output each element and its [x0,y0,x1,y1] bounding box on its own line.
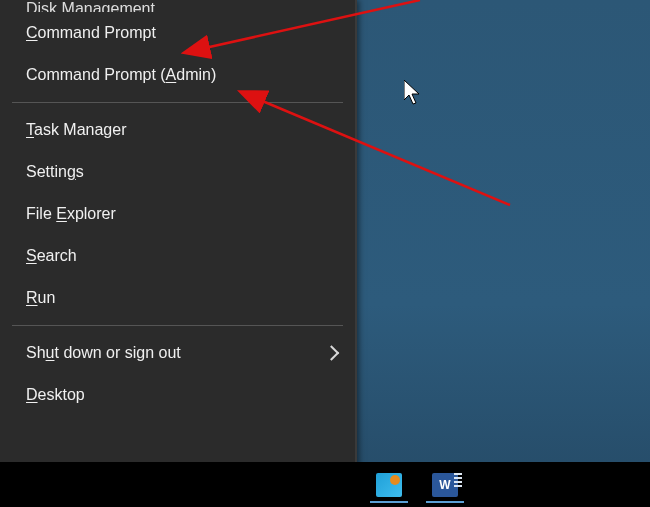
menu-item-accel: A [166,66,177,83]
menu-item-label: ommand Prompt [38,24,156,41]
menu-item-accel: C [26,24,38,41]
menu-item-label-pre: File [26,205,56,222]
menu-item-label: un [38,289,56,306]
menu-item-label: earch [37,247,77,264]
menu-item-search[interactable]: Search [0,235,355,277]
system-monitor-icon [376,473,402,497]
menu-item-shutdown[interactable]: Shut down or sign out [0,332,355,374]
menu-item-accel: T [26,121,34,138]
taskbar-item-monitor[interactable] [370,469,408,503]
menu-item-label: Disk Management [26,0,155,12]
menu-item-label: dmin) [176,66,216,83]
menu-item-label-pre: Settin [26,163,67,180]
menu-item-task-manager[interactable]: Task Manager [0,109,355,151]
word-icon [432,473,458,497]
menu-item-command-prompt[interactable]: Command Prompt [0,12,355,54]
menu-separator [12,325,343,326]
menu-item-label: s [76,163,84,180]
menu-item-disk-management[interactable]: Disk Management [0,0,355,12]
menu-item-label: ask Manager [34,121,127,138]
menu-item-accel: D [26,386,38,403]
menu-item-label: esktop [38,386,85,403]
menu-item-file-explorer[interactable]: File Explorer [0,193,355,235]
taskbar-item-word[interactable] [426,469,464,503]
menu-item-settings[interactable]: Settings [0,151,355,193]
menu-item-accel: R [26,289,38,306]
menu-item-label-pre: Sh [26,344,46,361]
menu-item-accel: E [56,205,67,222]
winx-context-menu: Disk Management Command Prompt Command P… [0,0,357,501]
menu-item-desktop[interactable]: Desktop [0,374,355,416]
menu-item-label: xplorer [67,205,116,222]
menu-item-accel: g [67,163,76,180]
menu-item-accel: S [26,247,37,264]
menu-item-command-prompt-admin[interactable]: Command Prompt (Admin) [0,54,355,96]
menu-item-run[interactable]: Run [0,277,355,319]
taskbar [0,462,650,507]
menu-separator [12,102,343,103]
menu-item-label-pre: Command Prompt ( [26,66,166,83]
menu-item-label: t down or sign out [54,344,180,361]
